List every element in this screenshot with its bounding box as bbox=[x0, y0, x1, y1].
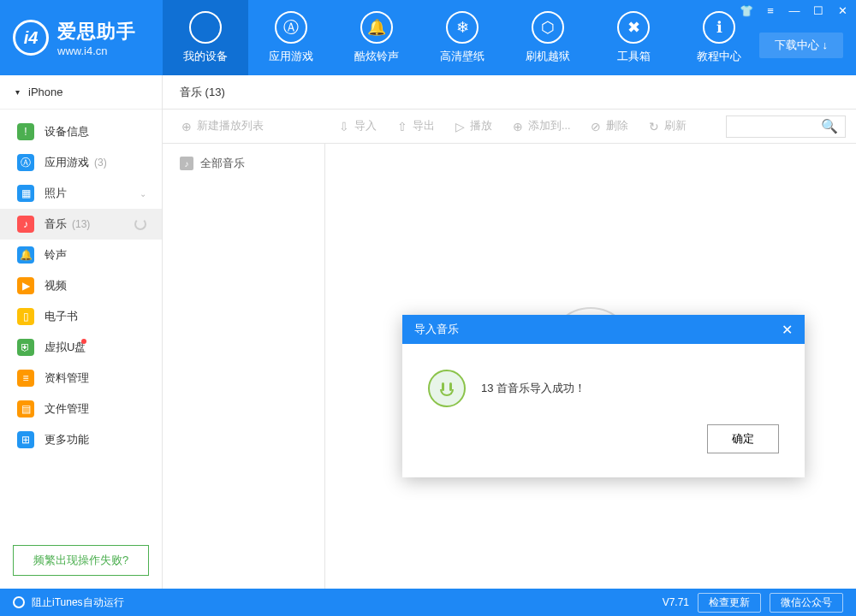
check-update-button[interactable]: 检查更新 bbox=[698, 593, 761, 613]
nav-apps[interactable]: Ⓐ 应用游戏 bbox=[248, 0, 334, 75]
all-music-item[interactable]: ♪ 全部音乐 bbox=[180, 156, 307, 171]
sidebar-icon: ! bbox=[17, 123, 34, 140]
logo-icon: i4 bbox=[13, 20, 49, 56]
sidebar-icon: Ⓐ bbox=[17, 154, 34, 171]
export-icon: ⇧ bbox=[397, 120, 407, 133]
sidebar-item-3[interactable]: ♪音乐(13) bbox=[0, 209, 162, 240]
delete-icon: ⊘ bbox=[591, 120, 601, 133]
success-icon bbox=[428, 370, 466, 407]
sidebar-label: 铃声 bbox=[45, 247, 67, 263]
app-header: i4 爱思助手 www.i4.cn 我的设备 Ⓐ 应用游戏 🔔 酷炫铃声 ❄ 高… bbox=[0, 0, 856, 75]
sidebar-label: 照片 bbox=[45, 186, 67, 201]
dialog-title: 导入音乐 bbox=[414, 322, 459, 337]
sidebar-item-5[interactable]: ▶视频 bbox=[0, 270, 162, 301]
sidebar-item-1[interactable]: Ⓐ应用游戏(3) bbox=[0, 147, 162, 178]
box-icon: ⬡ bbox=[532, 11, 564, 44]
chevron-down-icon: ▾ bbox=[15, 87, 20, 97]
import-dialog: 导入音乐 ✕ 13 首音乐导入成功！ 确定 bbox=[402, 315, 805, 477]
add-icon: ⊕ bbox=[513, 120, 523, 133]
refresh-icon: ↻ bbox=[649, 120, 659, 133]
sidebar-icon: ▤ bbox=[17, 400, 34, 418]
sidebar-item-10[interactable]: ⊞更多功能 bbox=[0, 424, 162, 455]
sidebar-icon: ▶ bbox=[17, 277, 34, 294]
sidebar-label: 文件管理 bbox=[45, 401, 89, 417]
version-label: V7.71 bbox=[663, 596, 689, 608]
status-bar: 阻止iTunes自动运行 V7.71 检查更新 微信公众号 bbox=[0, 589, 856, 616]
sidebar-icon: ▯ bbox=[17, 308, 34, 325]
close-icon[interactable]: ✕ bbox=[835, 4, 849, 17]
sidebar-icon: ⊞ bbox=[17, 431, 34, 448]
sidebar-item-4[interactable]: 🔔铃声 bbox=[0, 240, 162, 270]
nav-wallpaper[interactable]: ❄ 高清壁纸 bbox=[419, 0, 505, 75]
dialog-header: 导入音乐 ✕ bbox=[402, 315, 805, 344]
music-category-list: ♪ 全部音乐 bbox=[163, 144, 325, 589]
app-url: www.i4.cn bbox=[57, 44, 136, 57]
sidebar-label: 电子书 bbox=[45, 309, 78, 324]
sidebar-label: 虚拟U盘 bbox=[45, 340, 86, 355]
sidebar-icon: ≡ bbox=[17, 370, 34, 387]
nav-label: 刷机越狱 bbox=[526, 49, 570, 64]
device-header[interactable]: ▾ iPhone bbox=[0, 75, 162, 110]
sidebar-item-2[interactable]: ▦照片⌄ bbox=[0, 178, 162, 209]
sidebar-item-6[interactable]: ▯电子书 bbox=[0, 301, 162, 332]
nav-label: 高清壁纸 bbox=[440, 49, 484, 64]
menu-icon[interactable]: ≡ bbox=[764, 4, 777, 17]
sidebar-badge: (3) bbox=[94, 157, 107, 169]
skin-icon[interactable]: 👕 bbox=[740, 4, 753, 17]
device-name: iPhone bbox=[28, 86, 62, 98]
nav-toolbox[interactable]: ✖ 工具箱 bbox=[591, 0, 676, 75]
refresh-button[interactable]: ↻刷新 bbox=[640, 116, 695, 137]
play-icon: ▷ bbox=[455, 120, 465, 133]
tools-icon: ✖ bbox=[617, 11, 650, 44]
itunes-toggle[interactable]: 阻止iTunes自动运行 bbox=[32, 595, 124, 610]
apple-icon bbox=[189, 11, 222, 44]
nav-label: 工具箱 bbox=[617, 49, 651, 64]
sidebar-item-9[interactable]: ▤文件管理 bbox=[0, 394, 162, 424]
new-playlist-button[interactable]: ⊕新建播放列表 bbox=[173, 116, 272, 137]
sidebar-badge: (13) bbox=[72, 218, 90, 230]
minimize-icon[interactable]: — bbox=[788, 4, 801, 17]
wechat-button[interactable]: 微信公众号 bbox=[770, 593, 843, 613]
app-title: 爱思助手 bbox=[57, 19, 136, 44]
download-center-button[interactable]: 下载中心 ↓ bbox=[759, 33, 843, 58]
sidebar-item-0[interactable]: !设备信息 bbox=[0, 116, 162, 147]
export-button[interactable]: ⇧导出 bbox=[389, 116, 443, 137]
music-icon: ♪ bbox=[180, 157, 193, 170]
dialog-message: 13 首音乐导入成功！ bbox=[481, 381, 586, 396]
maximize-icon[interactable]: ☐ bbox=[811, 4, 825, 17]
dialog-close-button[interactable]: ✕ bbox=[782, 322, 793, 338]
nav-my-device[interactable]: 我的设备 bbox=[163, 0, 248, 75]
sidebar-label: 应用游戏 bbox=[45, 155, 89, 170]
help-button[interactable]: 频繁出现操作失败? bbox=[13, 545, 149, 576]
import-button[interactable]: ⇩导入 bbox=[330, 116, 385, 137]
import-icon: ⇩ bbox=[339, 120, 349, 133]
play-button[interactable]: ▷播放 bbox=[447, 116, 501, 137]
sidebar-icon: ▦ bbox=[17, 185, 34, 202]
snowflake-icon: ❄ bbox=[446, 11, 479, 44]
plus-icon: ⊕ bbox=[181, 120, 192, 133]
sidebar-item-7[interactable]: ⛨虚拟U盘 bbox=[0, 332, 162, 363]
main-panel: 音乐 (13) ⊕新建播放列表 ⇩导入 ⇧导出 ▷播放 ⊕添加到... ⊘删除 … bbox=[163, 75, 856, 589]
nav-label: 教程中心 bbox=[697, 49, 741, 64]
sidebar-label: 设备信息 bbox=[45, 124, 89, 139]
delete-button[interactable]: ⊘删除 bbox=[582, 116, 637, 137]
sidebar-icon: ♪ bbox=[17, 216, 34, 233]
sidebar-icon: ⛨ bbox=[17, 339, 34, 356]
apps-icon: Ⓐ bbox=[275, 11, 307, 44]
logo-area: i4 爱思助手 www.i4.cn bbox=[0, 19, 163, 57]
tab-music[interactable]: 音乐 (13) bbox=[180, 85, 225, 100]
ok-button[interactable]: 确定 bbox=[707, 424, 779, 453]
status-indicator-icon bbox=[13, 596, 25, 608]
search-icon: 🔍 bbox=[821, 118, 838, 134]
search-input[interactable]: 🔍 bbox=[726, 116, 846, 138]
nav-label: 酷炫铃声 bbox=[354, 49, 399, 64]
sidebar-label: 视频 bbox=[45, 278, 67, 293]
add-to-button[interactable]: ⊕添加到... bbox=[504, 116, 579, 137]
sidebar-item-8[interactable]: ≡资料管理 bbox=[0, 363, 162, 394]
sidebar-label: 更多功能 bbox=[45, 432, 89, 447]
main-nav: 我的设备 Ⓐ 应用游戏 🔔 酷炫铃声 ❄ 高清壁纸 ⬡ 刷机越狱 ✖ 工具箱 ℹ… bbox=[163, 0, 762, 75]
nav-jailbreak[interactable]: ⬡ 刷机越狱 bbox=[505, 0, 591, 75]
toolbar: ⊕新建播放列表 ⇩导入 ⇧导出 ▷播放 ⊕添加到... ⊘删除 ↻刷新 🔍 bbox=[163, 110, 856, 144]
chevron-down-icon: ⌄ bbox=[140, 189, 146, 198]
nav-ringtones[interactable]: 🔔 酷炫铃声 bbox=[334, 0, 419, 75]
